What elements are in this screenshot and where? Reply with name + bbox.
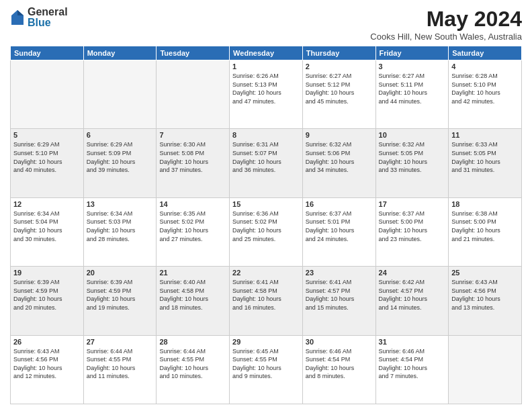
calendar-header-row: SundayMondayTuesdayWednesdayThursdayFrid… (11, 46, 522, 60)
day-info: Sunrise: 6:27 AM Sunset: 5:11 PM Dayligh… (379, 72, 446, 105)
month-title: May 2024 (370, 7, 522, 32)
logo-icon (11, 10, 24, 25)
calendar-week-row: 1Sunrise: 6:26 AM Sunset: 5:13 PM Daylig… (11, 60, 522, 129)
calendar-cell (449, 335, 522, 404)
title-block: May 2024 Cooks Hill, New South Wales, Au… (370, 7, 522, 42)
day-number: 30 (306, 338, 373, 346)
day-number: 14 (159, 200, 226, 208)
calendar-cell: 18Sunrise: 6:38 AM Sunset: 5:00 PM Dayli… (449, 197, 522, 266)
day-info: Sunrise: 6:31 AM Sunset: 5:07 PM Dayligh… (232, 140, 300, 174)
calendar-cell: 25Sunrise: 6:43 AM Sunset: 4:56 PM Dayli… (449, 267, 522, 335)
day-number: 21 (159, 269, 226, 277)
page: General Blue May 2024 Cooks Hill, New So… (0, 0, 532, 411)
day-info: Sunrise: 6:35 AM Sunset: 5:02 PM Dayligh… (159, 210, 226, 243)
day-number: 26 (13, 338, 81, 346)
day-info: Sunrise: 6:37 AM Sunset: 5:00 PM Dayligh… (379, 210, 446, 243)
header: General Blue May 2024 Cooks Hill, New So… (10, 7, 522, 42)
calendar-cell: 23Sunrise: 6:41 AM Sunset: 4:57 PM Dayli… (302, 267, 375, 335)
calendar-cell (11, 60, 84, 129)
day-info: Sunrise: 6:34 AM Sunset: 5:04 PM Dayligh… (13, 210, 81, 243)
calendar-week-row: 5Sunrise: 6:29 AM Sunset: 5:10 PM Daylig… (11, 129, 522, 197)
day-number: 28 (159, 338, 226, 346)
calendar-cell: 28Sunrise: 6:44 AM Sunset: 4:55 PM Dayli… (157, 335, 230, 404)
day-info: Sunrise: 6:39 AM Sunset: 4:59 PM Dayligh… (13, 278, 81, 312)
day-info: Sunrise: 6:38 AM Sunset: 5:00 PM Dayligh… (451, 210, 519, 243)
calendar-cell: 15Sunrise: 6:36 AM Sunset: 5:02 PM Dayli… (230, 197, 303, 266)
day-number: 2 (306, 62, 373, 71)
calendar-header-friday: Friday (375, 46, 449, 60)
calendar-cell: 6Sunrise: 6:29 AM Sunset: 5:09 PM Daylig… (83, 129, 157, 197)
day-number: 11 (451, 131, 519, 139)
calendar-cell: 20Sunrise: 6:39 AM Sunset: 4:59 PM Dayli… (83, 267, 157, 335)
day-info: Sunrise: 6:32 AM Sunset: 5:05 PM Dayligh… (379, 140, 446, 174)
day-number: 4 (451, 62, 519, 71)
day-number: 22 (232, 269, 300, 277)
day-info: Sunrise: 6:34 AM Sunset: 5:03 PM Dayligh… (87, 210, 154, 243)
day-number: 19 (13, 269, 81, 277)
calendar-cell: 30Sunrise: 6:46 AM Sunset: 4:54 PM Dayli… (302, 335, 375, 404)
day-info: Sunrise: 6:32 AM Sunset: 5:06 PM Dayligh… (306, 140, 373, 174)
svg-marker-1 (17, 10, 24, 15)
calendar-cell: 26Sunrise: 6:43 AM Sunset: 4:56 PM Dayli… (11, 335, 84, 404)
day-number: 23 (306, 269, 373, 277)
calendar-week-row: 12Sunrise: 6:34 AM Sunset: 5:04 PM Dayli… (11, 197, 522, 266)
calendar-cell: 9Sunrise: 6:32 AM Sunset: 5:06 PM Daylig… (302, 129, 375, 197)
logo-blue: Blue (28, 17, 68, 28)
day-info: Sunrise: 6:41 AM Sunset: 4:58 PM Dayligh… (232, 278, 300, 312)
day-number: 10 (379, 131, 446, 139)
calendar-cell: 5Sunrise: 6:29 AM Sunset: 5:10 PM Daylig… (11, 129, 84, 197)
calendar-cell: 22Sunrise: 6:41 AM Sunset: 4:58 PM Dayli… (230, 267, 303, 335)
day-number: 31 (379, 338, 446, 346)
day-number: 27 (87, 338, 154, 346)
day-number: 20 (87, 269, 154, 277)
day-info: Sunrise: 6:44 AM Sunset: 4:55 PM Dayligh… (159, 347, 226, 381)
day-number: 18 (451, 200, 519, 208)
calendar-cell: 27Sunrise: 6:44 AM Sunset: 4:55 PM Dayli… (83, 335, 157, 404)
day-number: 15 (232, 200, 300, 208)
calendar-cell: 8Sunrise: 6:31 AM Sunset: 5:07 PM Daylig… (230, 129, 303, 197)
calendar-cell: 13Sunrise: 6:34 AM Sunset: 5:03 PM Dayli… (83, 197, 157, 266)
calendar-cell: 16Sunrise: 6:37 AM Sunset: 5:01 PM Dayli… (302, 197, 375, 266)
day-info: Sunrise: 6:33 AM Sunset: 5:05 PM Dayligh… (451, 140, 519, 174)
logo-general: General (28, 7, 68, 17)
calendar-header-monday: Monday (83, 46, 157, 60)
calendar-header-sunday: Sunday (11, 46, 84, 60)
day-info: Sunrise: 6:28 AM Sunset: 5:10 PM Dayligh… (451, 72, 519, 105)
logo: General Blue (10, 7, 68, 28)
calendar-header-thursday: Thursday (302, 46, 375, 60)
calendar-header-wednesday: Wednesday (230, 46, 303, 60)
day-info: Sunrise: 6:40 AM Sunset: 4:58 PM Dayligh… (159, 278, 226, 312)
day-info: Sunrise: 6:42 AM Sunset: 4:57 PM Dayligh… (379, 278, 446, 312)
calendar-week-row: 19Sunrise: 6:39 AM Sunset: 4:59 PM Dayli… (11, 267, 522, 335)
calendar-cell: 11Sunrise: 6:33 AM Sunset: 5:05 PM Dayli… (449, 129, 522, 197)
calendar-header-tuesday: Tuesday (157, 46, 230, 60)
day-number: 3 (379, 62, 446, 71)
day-number: 13 (87, 200, 154, 208)
calendar-cell (157, 60, 230, 129)
calendar-cell: 2Sunrise: 6:27 AM Sunset: 5:12 PM Daylig… (302, 60, 375, 129)
day-info: Sunrise: 6:39 AM Sunset: 4:59 PM Dayligh… (87, 278, 154, 312)
calendar-table: SundayMondayTuesdayWednesdayThursdayFrid… (10, 46, 522, 404)
calendar-cell: 12Sunrise: 6:34 AM Sunset: 5:04 PM Dayli… (11, 197, 84, 266)
day-number: 16 (306, 200, 373, 208)
calendar-cell: 17Sunrise: 6:37 AM Sunset: 5:00 PM Dayli… (375, 197, 449, 266)
day-info: Sunrise: 6:43 AM Sunset: 4:56 PM Dayligh… (13, 347, 81, 381)
day-info: Sunrise: 6:27 AM Sunset: 5:12 PM Dayligh… (306, 72, 373, 105)
calendar-header-saturday: Saturday (449, 46, 522, 60)
day-number: 25 (451, 269, 519, 277)
calendar-cell: 29Sunrise: 6:45 AM Sunset: 4:55 PM Dayli… (230, 335, 303, 404)
calendar-cell: 19Sunrise: 6:39 AM Sunset: 4:59 PM Dayli… (11, 267, 84, 335)
day-info: Sunrise: 6:36 AM Sunset: 5:02 PM Dayligh… (232, 210, 300, 243)
day-number: 24 (379, 269, 446, 277)
day-info: Sunrise: 6:43 AM Sunset: 4:56 PM Dayligh… (451, 278, 519, 312)
day-info: Sunrise: 6:46 AM Sunset: 4:54 PM Dayligh… (379, 347, 446, 381)
day-number: 12 (13, 200, 81, 208)
calendar-cell: 21Sunrise: 6:40 AM Sunset: 4:58 PM Dayli… (157, 267, 230, 335)
day-info: Sunrise: 6:29 AM Sunset: 5:10 PM Dayligh… (13, 140, 81, 174)
day-info: Sunrise: 6:26 AM Sunset: 5:13 PM Dayligh… (232, 72, 300, 105)
day-number: 9 (306, 131, 373, 139)
calendar-cell: 31Sunrise: 6:46 AM Sunset: 4:54 PM Dayli… (375, 335, 449, 404)
calendar-cell: 24Sunrise: 6:42 AM Sunset: 4:57 PM Dayli… (375, 267, 449, 335)
day-number: 1 (232, 62, 300, 71)
day-number: 8 (232, 131, 300, 139)
